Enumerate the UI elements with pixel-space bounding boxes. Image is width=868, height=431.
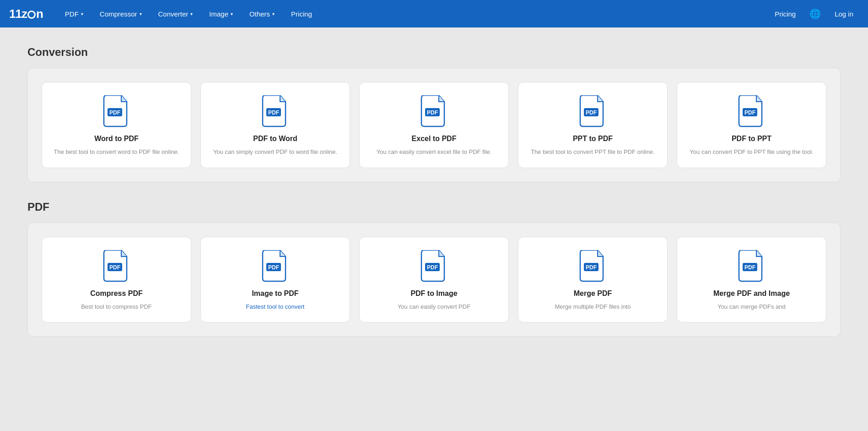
card-image-to-pdf-title: Image to PDF xyxy=(252,289,298,298)
card-excel-to-pdf-desc: You can easily convert excel file to PDF… xyxy=(377,147,492,157)
card-word-to-pdf[interactable]: PDF Word to PDF The best tool to convert… xyxy=(42,82,191,168)
excel-to-pdf-icon: PDF xyxy=(421,95,448,127)
navbar: 11zn PDF ▾ Compressor ▾ Converter ▾ Imag… xyxy=(0,0,868,27)
svg-text:PDF: PDF xyxy=(427,264,438,271)
site-logo[interactable]: 11zn xyxy=(9,7,43,21)
pdf-to-word-icon: PDF xyxy=(262,95,289,127)
card-merge-pdf[interactable]: PDF Merge PDF Merge multiple PDF files i… xyxy=(518,237,668,323)
card-compress-pdf-desc: Best tool to compress PDF xyxy=(81,302,152,311)
card-ppt-to-pdf-title: PPT to PDF xyxy=(573,135,613,143)
card-pdf-to-ppt-title: PDF to PPT xyxy=(732,135,771,143)
nav-image-chevron: ▾ xyxy=(231,11,233,16)
globe-icon[interactable]: 🌐 xyxy=(806,8,825,19)
conversion-section: Conversion PDF Word to PDF The best tool… xyxy=(27,46,841,182)
pdf-cards-row: PDF Compress PDF Best tool to compress P… xyxy=(42,237,826,323)
nav-image-label: Image xyxy=(209,10,228,18)
card-pdf-to-word-desc: You can simply convert PDF to word file … xyxy=(213,147,337,157)
svg-text:PDF: PDF xyxy=(268,109,279,116)
image-to-pdf-icon: PDF xyxy=(262,250,289,282)
compress-pdf-icon: PDF xyxy=(103,250,130,282)
nav-right: Pricing 🌐 Log in xyxy=(769,8,859,19)
card-pdf-to-image-desc: You can easily convert PDF xyxy=(398,302,470,311)
card-compress-pdf[interactable]: PDF Compress PDF Best tool to compress P… xyxy=(42,237,191,323)
nav-others[interactable]: Others ▾ xyxy=(241,0,283,27)
word-to-pdf-icon: PDF xyxy=(103,95,130,127)
card-pdf-to-word[interactable]: PDF PDF to Word You can simply convert P… xyxy=(200,82,350,168)
card-merge-pdf-image-title: Merge PDF and Image xyxy=(713,289,790,298)
nav-others-chevron: ▾ xyxy=(272,11,275,16)
nav-image[interactable]: Image ▾ xyxy=(201,0,241,27)
merge-pdf-image-icon: PDF xyxy=(738,250,766,282)
card-merge-pdf-image-desc: You can merge PDFs and xyxy=(717,302,785,311)
pdf-section-title: PDF xyxy=(27,201,841,213)
pdf-to-ppt-icon: PDF xyxy=(738,95,766,127)
nav-pricing-label: Pricing xyxy=(291,10,312,18)
logo-text: 11z xyxy=(9,7,27,21)
pdf-to-image-icon: PDF xyxy=(421,250,448,282)
card-pdf-to-ppt[interactable]: PDF PDF to PPT You can convert PDF to PP… xyxy=(677,82,826,168)
card-pdf-to-ppt-desc: You can convert PDF to PPT file using th… xyxy=(690,147,813,157)
nav-pdf-chevron: ▾ xyxy=(81,11,83,16)
card-excel-to-pdf-title: Excel to PDF xyxy=(412,135,457,143)
logo-text2: n xyxy=(36,7,43,21)
conversion-container: PDF Word to PDF The best tool to convert… xyxy=(27,68,841,182)
nav-compressor[interactable]: Compressor ▾ xyxy=(92,0,150,27)
nav-compressor-label: Compressor xyxy=(100,10,137,18)
pdf-container: PDF Compress PDF Best tool to compress P… xyxy=(27,223,841,337)
svg-text:PDF: PDF xyxy=(268,264,279,271)
nav-pdf-label: PDF xyxy=(65,10,79,18)
nav-center: PDF ▾ Compressor ▾ Converter ▾ Image ▾ O… xyxy=(57,0,769,27)
nav-converter[interactable]: Converter ▾ xyxy=(150,0,201,27)
card-word-to-pdf-desc: The best tool to convert word to PDF fil… xyxy=(54,147,179,157)
card-excel-to-pdf[interactable]: PDF Excel to PDF You can easily convert … xyxy=(359,82,509,168)
card-merge-pdf-image[interactable]: PDF Merge PDF and Image You can merge PD… xyxy=(677,237,826,323)
pdf-section: PDF PDF Compress PDF Best tool to compre… xyxy=(27,201,841,337)
card-pdf-to-word-title: PDF to Word xyxy=(253,135,297,143)
card-image-to-pdf[interactable]: PDF Image to PDF Fastest tool to convert xyxy=(200,237,350,323)
card-pdf-to-image-title: PDF to Image xyxy=(410,289,457,298)
svg-text:PDF: PDF xyxy=(744,264,755,271)
conversion-title: Conversion xyxy=(27,46,841,59)
card-merge-pdf-desc: Merge multiple PDF files into xyxy=(555,302,631,311)
main-content: Conversion PDF Word to PDF The best tool… xyxy=(0,27,868,373)
card-merge-pdf-title: Merge PDF xyxy=(574,289,612,298)
svg-text:PDF: PDF xyxy=(109,264,120,271)
card-ppt-to-pdf-desc: The best tool to convert PPT file to PDF… xyxy=(531,147,655,157)
card-image-to-pdf-desc: Fastest tool to convert xyxy=(246,302,305,311)
login-button[interactable]: Log in xyxy=(829,10,859,18)
svg-text:PDF: PDF xyxy=(744,109,755,116)
card-compress-pdf-title: Compress PDF xyxy=(90,289,143,298)
svg-text:PDF: PDF xyxy=(427,109,438,116)
card-word-to-pdf-title: Word to PDF xyxy=(94,135,139,143)
svg-text:PDF: PDF xyxy=(586,264,597,271)
nav-converter-label: Converter xyxy=(158,10,189,18)
card-pdf-to-image[interactable]: PDF PDF to Image You can easily convert … xyxy=(359,237,509,323)
ppt-to-pdf-icon: PDF xyxy=(579,95,607,127)
nav-converter-chevron: ▾ xyxy=(190,11,193,16)
conversion-cards-row: PDF Word to PDF The best tool to convert… xyxy=(42,82,826,168)
nav-pricing-right[interactable]: Pricing xyxy=(769,10,801,18)
nav-others-label: Others xyxy=(249,10,270,18)
svg-text:PDF: PDF xyxy=(109,109,120,116)
nav-pdf[interactable]: PDF ▾ xyxy=(57,0,92,27)
nav-compressor-chevron: ▾ xyxy=(140,11,142,16)
card-ppt-to-pdf[interactable]: PDF PPT to PDF The best tool to convert … xyxy=(518,82,668,168)
merge-pdf-icon: PDF xyxy=(579,250,607,282)
nav-pricing[interactable]: Pricing xyxy=(283,0,320,27)
svg-text:PDF: PDF xyxy=(586,109,597,116)
